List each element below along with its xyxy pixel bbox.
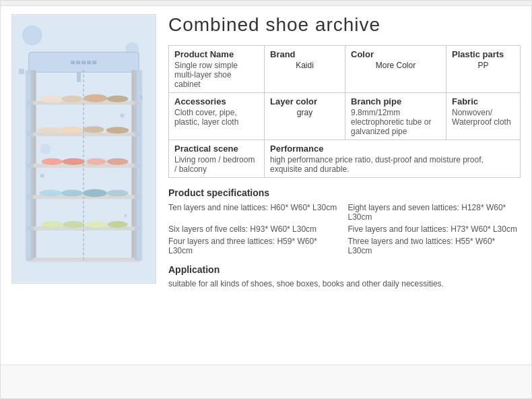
cell-label: Brand xyxy=(270,49,339,59)
svg-point-43 xyxy=(124,214,127,217)
table-cell: Plastic parts PP xyxy=(446,46,521,93)
application-text: suitable for all kinds of shoes, shoe bo… xyxy=(168,279,521,288)
application-section: Application suitable for all kinds of sh… xyxy=(168,264,521,288)
svg-point-1 xyxy=(22,26,42,46)
svg-point-32 xyxy=(40,189,63,196)
cell-value: Living room / bedroom / balcony xyxy=(174,155,255,174)
content-area: ≋≋≋≋≋ xyxy=(1,6,531,365)
table-cell: Color More Color xyxy=(345,46,446,93)
svg-point-38 xyxy=(85,221,108,228)
table-cell: Branch pipe 9.8mm/12mm electrophoretic t… xyxy=(345,93,446,140)
table-cell: Product Name Single row simple multi-lay… xyxy=(169,46,265,93)
spec-item: Four layers and three lattices: H59* W60… xyxy=(168,236,341,256)
svg-point-36 xyxy=(41,221,64,228)
page-wrapper: ≋≋≋≋≋ xyxy=(0,0,532,399)
svg-point-27 xyxy=(106,127,129,133)
specs-list: Ten layers and nine lattices: H60* W60* … xyxy=(168,202,521,256)
application-title: Application xyxy=(168,264,521,275)
svg-point-26 xyxy=(83,126,104,133)
cell-label: Plastic parts xyxy=(452,49,514,59)
cell-value: 9.8mm/12mm electrophoretic tube or galva… xyxy=(351,108,431,136)
cell-label: Accessories xyxy=(174,96,259,106)
product-image: ≋≋≋≋≋ xyxy=(11,14,156,284)
cell-value: Nonwoven/ Waterproof cloth xyxy=(452,108,511,127)
spec-item: Eight layers and seven lattices: H128* W… xyxy=(348,202,521,222)
cell-value: Single row simple multi-layer shoe cabin… xyxy=(174,61,238,89)
cell-label: Product Name xyxy=(174,49,259,59)
svg-rect-19 xyxy=(134,70,142,260)
svg-point-23 xyxy=(107,96,129,102)
table-row: Accessories Cloth cover, pipe, plastic, … xyxy=(169,93,521,140)
table-row: Practical scene Living room / bedroom / … xyxy=(169,140,521,178)
svg-text:≋≋≋≋≋: ≋≋≋≋≋ xyxy=(70,59,97,66)
svg-point-30 xyxy=(86,158,106,165)
cell-value: high performance price ratio, dust-proof… xyxy=(270,155,484,174)
svg-point-22 xyxy=(84,94,108,102)
specifications-title: Product specifications xyxy=(168,187,521,198)
cell-label: Fabric xyxy=(452,96,514,106)
page-title: Combined shoe archive xyxy=(168,14,521,36)
table-cell: Practical scene Living room / bedroom / … xyxy=(169,140,265,178)
cell-value: gray xyxy=(270,108,339,117)
svg-point-28 xyxy=(42,158,63,165)
specs-table: Product Name Single row simple multi-lay… xyxy=(168,45,521,178)
top-bar xyxy=(1,1,531,6)
cell-label: Practical scene xyxy=(174,144,259,154)
svg-point-25 xyxy=(59,126,83,134)
svg-point-24 xyxy=(38,127,61,133)
svg-point-20 xyxy=(40,95,65,103)
table-cell: Layer color gray xyxy=(265,93,345,140)
bottom-bar xyxy=(1,365,531,398)
svg-point-34 xyxy=(83,189,107,197)
table-cell: Brand Kaidi xyxy=(265,46,345,93)
cell-label: Performance xyxy=(270,144,514,154)
cell-value: Cloth cover, pipe, plastic, layer cloth xyxy=(174,108,238,127)
table-cell-colspan: Performance high performance price ratio… xyxy=(265,140,521,178)
table-row: Product Name Single row simple multi-lay… xyxy=(169,46,521,93)
svg-point-41 xyxy=(120,113,124,117)
svg-point-39 xyxy=(108,221,128,228)
svg-rect-3 xyxy=(19,69,24,74)
cell-value: PP xyxy=(452,61,514,70)
table-cell: Accessories Cloth cover, pipe, plastic, … xyxy=(169,93,265,140)
spec-item: Six layers of five cells: H93* W60* L30c… xyxy=(168,224,341,235)
spec-item: Ten layers and nine lattices: H60* W60* … xyxy=(168,202,341,222)
svg-point-42 xyxy=(40,174,44,178)
cell-label: Layer color xyxy=(270,96,339,106)
svg-point-29 xyxy=(62,158,85,165)
svg-point-33 xyxy=(61,189,83,196)
cell-value: Kaidi xyxy=(270,61,339,70)
cell-label: Color xyxy=(351,49,440,59)
svg-point-21 xyxy=(61,96,83,102)
spec-item: Three layers and two lattices: H55* W60*… xyxy=(348,236,521,256)
svg-point-37 xyxy=(63,221,84,228)
svg-point-31 xyxy=(107,158,129,165)
svg-rect-18 xyxy=(26,70,34,260)
spec-item: Five layers and four lattices: H73* W60*… xyxy=(348,224,521,235)
product-details: Combined shoe archive Product Name Singl… xyxy=(168,14,521,357)
cell-value: More Color xyxy=(351,61,440,70)
cell-label: Branch pipe xyxy=(351,96,440,106)
table-cell: Fabric Nonwoven/ Waterproof cloth xyxy=(446,93,521,140)
svg-point-5 xyxy=(40,144,51,154)
svg-point-35 xyxy=(107,189,129,196)
